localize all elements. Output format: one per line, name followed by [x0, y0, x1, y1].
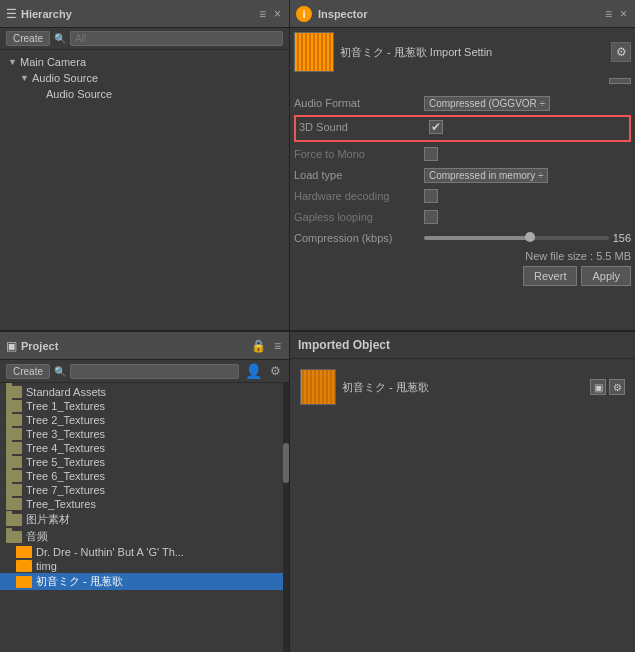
project-header: ▣ Project 🔒 ≡: [0, 332, 289, 360]
hardware-decoding-label: Hardware decoding: [294, 190, 424, 202]
hierarchy-create-btn[interactable]: Create: [6, 31, 50, 46]
inspector-content: 初音ミク - 甩葱歌 Import Settin ⚙ Audio Format …: [290, 28, 635, 330]
project-lock-btn[interactable]: 🔒: [249, 339, 268, 353]
compression-label: Compression (kbps): [294, 232, 424, 244]
project-icon: ▣: [6, 339, 17, 353]
load-type-dropdown[interactable]: Compressed in memory ÷: [424, 168, 548, 183]
3d-sound-checkbox[interactable]: ✔: [429, 120, 443, 134]
gapless-looping-checkbox[interactable]: [424, 210, 438, 224]
main-camera-label: Main Camera: [20, 56, 86, 68]
hierarchy-icon: ☰: [6, 7, 17, 21]
3d-sound-label: 3D Sound: [299, 121, 429, 133]
inspector-gear-btn[interactable]: ⚙: [611, 42, 631, 62]
action-buttons-row: Revert Apply: [294, 266, 631, 286]
asset-thumbnail: [294, 32, 334, 72]
project-search-icon: 🔍: [54, 366, 66, 377]
project-item-tree5[interactable]: Tree 5_Textures: [0, 455, 283, 469]
hierarchy-audio-source-child[interactable]: Audio Source: [0, 86, 289, 102]
imported-action-icons: ▣ ⚙: [590, 379, 625, 395]
3d-sound-row-highlighted: 3D Sound ✔: [294, 115, 631, 142]
compression-value: 156: [613, 232, 631, 244]
hierarchy-panel: ☰ Hierarchy ≡ × Create 🔍 ▼ Main Camera ▼…: [0, 0, 290, 330]
file-size-label: New file size : 5.5 MB: [525, 250, 631, 262]
audio-source-parent-label: Audio Source: [32, 72, 98, 84]
project-item-tree-textures[interactable]: Tree_Textures: [0, 497, 283, 511]
apply-btn[interactable]: Apply: [581, 266, 631, 286]
gapless-looping-row: Gapless looping: [294, 208, 631, 226]
project-item-tree2[interactable]: Tree 2_Textures: [0, 413, 283, 427]
audio-icon: [16, 560, 32, 572]
inspector-close-btn[interactable]: ×: [618, 7, 629, 21]
project-item-tree7[interactable]: Tree 7_Textures: [0, 483, 283, 497]
hardware-decoding-checkbox[interactable]: [424, 189, 438, 203]
audio-format-dropdown[interactable]: Compressed (OGGVOR ÷: [424, 96, 550, 111]
inspector-header: i Inspector ≡ ×: [290, 0, 635, 28]
project-menu-btn[interactable]: ≡: [272, 339, 283, 353]
revert-btn[interactable]: Revert: [523, 266, 577, 286]
waveform-graphic: [295, 33, 333, 71]
project-create-btn[interactable]: Create: [6, 364, 50, 379]
imported-title: Imported Object: [298, 338, 390, 352]
project-item-tree6[interactable]: Tree 6_Textures: [0, 469, 283, 483]
project-item-tree4[interactable]: Tree 4_Textures: [0, 441, 283, 455]
hierarchy-header: ☰ Hierarchy ≡ ×: [0, 0, 289, 28]
load-type-row: Load type Compressed in memory ÷: [294, 166, 631, 184]
project-panel: ▣ Project 🔒 ≡ Create 🔍 👤 ⚙ Standard Asse…: [0, 332, 290, 652]
folder-icon: [6, 498, 22, 510]
hierarchy-title: Hierarchy: [21, 8, 72, 20]
audio-source-child-label: Audio Source: [46, 88, 112, 100]
inspector-title: Inspector: [318, 8, 368, 20]
3d-sound-row: 3D Sound ✔: [299, 118, 626, 136]
folder-icon: [6, 531, 22, 543]
hierarchy-audio-source-parent[interactable]: ▼ Audio Source: [0, 70, 289, 86]
project-item-hatsune[interactable]: 初音ミク - 甩葱歌: [0, 573, 283, 590]
imported-content: 初音ミク - 甩葱歌 ▣ ⚙: [290, 359, 635, 652]
hardware-decoding-row: Hardware decoding: [294, 187, 631, 205]
imported-view-btn[interactable]: ▣: [590, 379, 606, 395]
audio-icon-selected: [16, 576, 32, 588]
hierarchy-content: ▼ Main Camera ▼ Audio Source Audio Sourc…: [0, 50, 289, 330]
inspector-info-icon: i: [296, 6, 312, 22]
project-title: Project: [21, 340, 58, 352]
load-type-label: Load type: [294, 169, 424, 181]
inspector-panel: i Inspector ≡ × 初音ミク - 甩葱歌 Import Settin…: [290, 0, 635, 330]
imported-thumbnail: [300, 369, 336, 405]
project-item-tree3[interactable]: Tree 3_Textures: [0, 427, 283, 441]
imported-settings-btn[interactable]: ⚙: [609, 379, 625, 395]
hierarchy-main-camera[interactable]: ▼ Main Camera: [0, 54, 289, 70]
project-search-input[interactable]: [70, 364, 239, 379]
compression-slider-fill: [424, 236, 535, 240]
imported-header: Imported Object: [290, 332, 635, 359]
hierarchy-close-btn[interactable]: ×: [272, 7, 283, 21]
scrollbar-thumb[interactable]: [283, 443, 289, 483]
audio-icon: [16, 546, 32, 558]
project-item-timg[interactable]: timg: [0, 559, 283, 573]
project-scrollbar[interactable]: [283, 383, 289, 652]
project-item-images[interactable]: 图片素材: [0, 511, 283, 528]
compression-slider-thumb[interactable]: [525, 232, 535, 242]
inspector-menu-btn[interactable]: ≡: [603, 7, 614, 21]
hierarchy-search-input[interactable]: [70, 31, 283, 46]
force-mono-checkbox[interactable]: [424, 147, 438, 161]
project-item-standard-assets[interactable]: Standard Assets: [0, 385, 283, 399]
project-settings-icon[interactable]: ⚙: [268, 364, 283, 378]
project-item-tree1[interactable]: Tree 1_Textures: [0, 399, 283, 413]
force-mono-label: Force to Mono: [294, 148, 424, 160]
expand-arrow-audio: ▼: [20, 73, 32, 83]
project-toolbar: Create 🔍 👤 ⚙: [0, 360, 289, 383]
hatsune-label: 初音ミク - 甩葱歌: [36, 574, 123, 589]
imported-item-name: 初音ミク - 甩葱歌: [342, 380, 584, 395]
compression-slider-track[interactable]: [424, 236, 609, 240]
hierarchy-toolbar: Create 🔍: [0, 28, 289, 50]
project-person-icon[interactable]: 👤: [243, 363, 264, 379]
asset-header: 初音ミク - 甩葱歌 Import Settin ⚙: [294, 32, 631, 72]
open-btn[interactable]: [609, 78, 631, 84]
imported-item: 初音ミク - 甩葱歌 ▣ ⚙: [296, 365, 629, 409]
audio-format-row: Audio Format Compressed (OGGVOR ÷: [294, 94, 631, 112]
audio-format-label: Audio Format: [294, 97, 424, 109]
project-item-audio-folder[interactable]: 音频: [0, 528, 283, 545]
project-item-dre[interactable]: Dr. Dre - Nuthin' But A 'G' Th...: [0, 545, 283, 559]
hierarchy-menu-btn[interactable]: ≡: [257, 7, 268, 21]
expand-arrow-camera: ▼: [8, 57, 20, 67]
force-mono-row: Force to Mono: [294, 145, 631, 163]
